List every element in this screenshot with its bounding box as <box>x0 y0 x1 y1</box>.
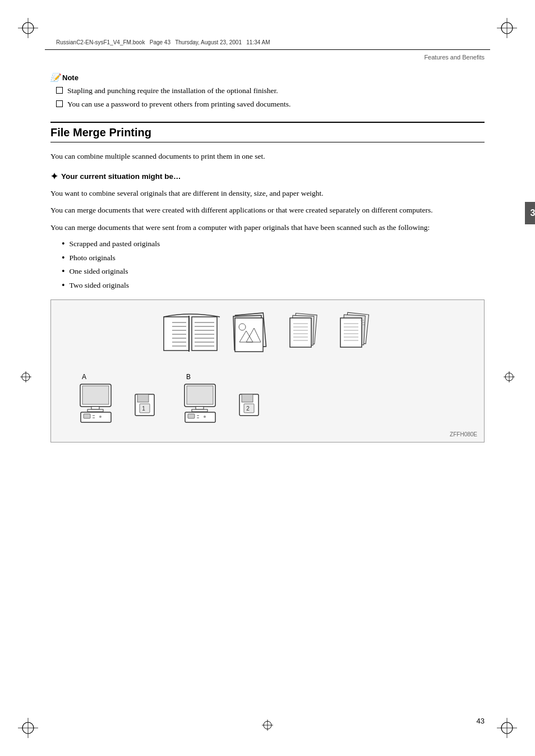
bullet-item-2: • Photo originals <box>62 252 485 264</box>
diagram-row-2: A <box>62 373 473 425</box>
diagram-label: ZFFH080E <box>450 431 477 437</box>
bullet-icon-3: • <box>62 266 65 278</box>
svg-rect-78 <box>192 409 207 412</box>
svg-point-83 <box>204 416 206 418</box>
one-sided-diagram <box>279 311 324 362</box>
svg-text:1: 1 <box>142 405 145 412</box>
diamond-icon: ✦ <box>50 171 58 182</box>
svg-rect-72 <box>137 394 149 402</box>
svg-rect-63 <box>82 386 109 404</box>
computer-a-svg <box>79 383 130 425</box>
bullet-icon-1: • <box>62 238 65 250</box>
note-icon: 📝 <box>50 73 60 82</box>
computer-a-items: 1 <box>79 383 155 425</box>
corner-mark-bl <box>17 717 39 739</box>
page-number: 43 <box>477 717 485 725</box>
section-intro: You can combine multiple scanned documen… <box>50 150 485 163</box>
corner-mark-tr <box>496 17 518 39</box>
bullet-item-3: • One sided originals <box>62 266 485 278</box>
note-section: 📝 Note Stapling and punching require the… <box>50 73 485 110</box>
svg-rect-26 <box>192 317 217 351</box>
section-label: Features and Benefits <box>424 54 485 61</box>
checkbox-icon-1 <box>56 87 63 94</box>
computer-a-group: A <box>79 373 155 425</box>
bullet-icon-2: • <box>62 252 65 264</box>
svg-rect-65 <box>87 409 103 412</box>
chapter-tab: 3 <box>525 202 535 224</box>
note-title: 📝 Note <box>50 73 485 82</box>
bullet-list: • Scrapped and pasted originals • Photo … <box>62 238 485 292</box>
note-item-1: Stapling and punching require the instal… <box>56 85 485 96</box>
main-content: 📝 Note Stapling and punching require the… <box>50 62 485 706</box>
corner-mark-tl <box>17 17 39 39</box>
computer-b-items: 2 <box>183 383 260 425</box>
floppy-1-svg: 1 <box>134 391 155 417</box>
label-b: B <box>186 373 191 381</box>
svg-rect-80 <box>188 414 195 418</box>
paragraph-2: You can merge documents that were create… <box>50 204 485 216</box>
paragraph-1: You want to combine several originals th… <box>50 187 485 200</box>
note-item-2: You can use a password to prevent others… <box>56 99 485 110</box>
computer-b-group: B <box>183 373 260 425</box>
diagram-row-1 <box>62 311 473 362</box>
corner-mark-br <box>496 717 518 739</box>
svg-rect-37 <box>235 318 263 352</box>
bullet-item-4: • Two sided originals <box>62 280 485 292</box>
svg-rect-64 <box>91 407 99 409</box>
diagram-box: A <box>50 299 485 442</box>
svg-rect-18 <box>164 317 189 351</box>
svg-rect-43 <box>290 318 311 347</box>
svg-text:2: 2 <box>246 405 250 412</box>
svg-rect-76 <box>187 386 213 404</box>
label-a: A <box>82 373 86 381</box>
computer-b-svg <box>183 383 234 425</box>
svg-point-70 <box>99 416 102 418</box>
photo-diagram <box>228 311 273 362</box>
svg-rect-85 <box>242 394 253 402</box>
paragraph-3: You can merge documents that were sent f… <box>50 222 485 234</box>
svg-rect-77 <box>196 407 204 409</box>
header-meta: RussianC2-EN-sysF1_V4_FM.book Page 43 Th… <box>56 39 270 45</box>
checkbox-icon-2 <box>56 100 63 107</box>
two-sided-diagram <box>329 311 374 362</box>
right-registration-mark <box>503 371 515 385</box>
header-rule <box>45 49 490 50</box>
svg-rect-67 <box>84 414 90 418</box>
floppy-2-svg: 2 <box>238 391 260 417</box>
svg-rect-52 <box>340 318 362 347</box>
left-registration-mark <box>20 371 32 385</box>
bottom-registration-mark <box>261 719 274 734</box>
bullet-item-1: • Scrapped and pasted originals <box>62 238 485 250</box>
section-title: File Merge Printing <box>50 126 151 139</box>
subsection-title: ✦ Your current situation might be… <box>50 171 485 182</box>
bullet-icon-4: • <box>62 280 65 292</box>
open-book-diagram <box>161 311 223 362</box>
section-title-bar: File Merge Printing <box>50 122 485 142</box>
page: RussianC2-EN-sysF1_V4_FM.book Page 43 Th… <box>0 0 535 756</box>
